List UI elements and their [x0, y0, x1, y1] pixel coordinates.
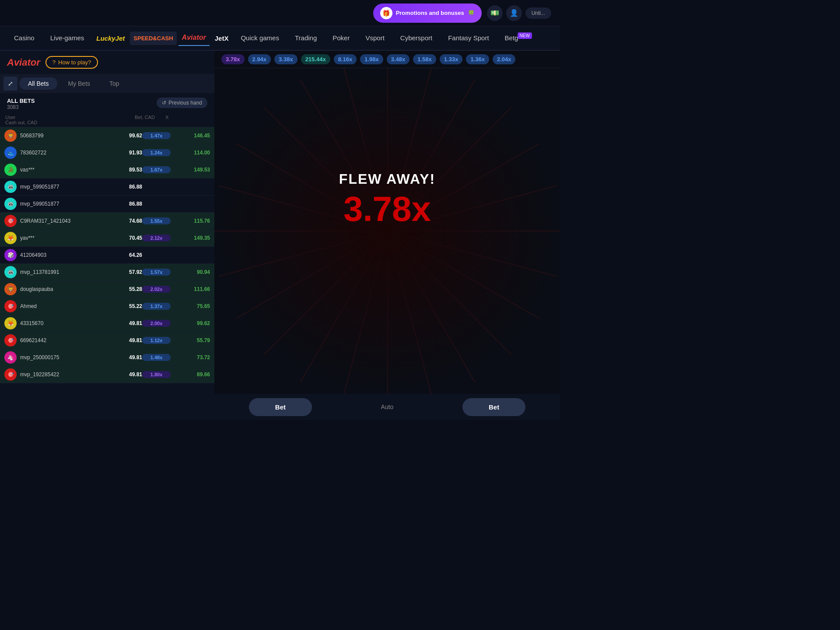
bet-user: mvp_250000175: [20, 354, 107, 360]
bet-cashout: 90.94: [171, 269, 210, 275]
nav-cybersport[interactable]: Cybersport: [393, 31, 439, 46]
nav-fantasy-sport[interactable]: Fantasy Sport: [441, 31, 496, 46]
right-panel: 3.78x2.94x3.38x215.44x8.16x1.98x3.48x1.5…: [214, 51, 560, 420]
table-row[interactable]: 🐊vas***89.531.67x149.53: [0, 161, 214, 178]
multiplier-history-badge[interactable]: 1.58x: [413, 54, 436, 64]
tab-all-bets[interactable]: All Bets: [19, 77, 57, 90]
nav-luckyjet[interactable]: LuckyJet: [93, 31, 128, 46]
table-row[interactable]: 🦝mvp_59905187786.88-: [0, 178, 214, 196]
avatar: 🎯: [4, 368, 17, 381]
flew-away-display: FLEW AWAY! 3.78x: [339, 171, 435, 226]
tab-my-bets[interactable]: My Bets: [59, 77, 99, 90]
bet-amount: 70.45: [107, 235, 142, 241]
bet-user: vas***: [20, 167, 107, 173]
multiplier-history-badge[interactable]: 3.38x: [274, 54, 298, 64]
nav-aviator[interactable]: Aviator: [178, 30, 210, 46]
sunburst-ray: [387, 231, 476, 383]
bet-amount: 55.22: [107, 303, 142, 309]
bet-amount: 91.93: [107, 150, 142, 156]
auto-button[interactable]: Auto: [372, 398, 402, 416]
bet-user: mvp_113781991: [20, 269, 107, 275]
bet-user: 50683799: [20, 133, 107, 139]
table-row[interactable]: 👟78360272291.931.24x114.00: [0, 144, 214, 161]
nav-betg[interactable]: Betg NEW: [498, 31, 539, 46]
avatar: 🦁: [4, 283, 17, 295]
bet-user: mvp_599051877: [20, 184, 107, 190]
bet-amount: 49.81: [107, 337, 142, 343]
promo-decoration: 🍀: [468, 10, 475, 16]
bet-amount: 49.81: [107, 354, 142, 360]
avatar: 🦄: [4, 351, 17, 364]
avatar: 🎯: [4, 300, 17, 312]
avatar: 🦝: [4, 266, 17, 278]
table-row[interactable]: 🦊yav***70.452.12x149.35: [0, 230, 214, 247]
aviator-header: Aviator ? How to play?: [0, 51, 214, 74]
bet-button-1[interactable]: Bet: [249, 398, 312, 416]
avatar: 🐊: [4, 164, 17, 176]
bet-amount: 74.68: [107, 218, 142, 224]
table-row[interactable]: 🦁douglaspauba55.282.02x111.66: [0, 281, 214, 298]
nav-casino[interactable]: Casino: [7, 31, 42, 46]
bet-amount: 64.26: [107, 252, 142, 258]
multiplier-history-badge[interactable]: 3.78x: [221, 54, 245, 64]
profile-icon-btn[interactable]: 👤: [506, 5, 522, 21]
nav-poker[interactable]: Poker: [326, 31, 357, 46]
nav-live-games[interactable]: Live-games: [43, 31, 91, 46]
all-bets-title: ALL BETS: [7, 98, 35, 104]
bet-cashout: 55.79: [171, 337, 210, 343]
multiplier-history-badge[interactable]: 1.36x: [466, 54, 489, 64]
table-row[interactable]: 🦄mvp_25000017549.811.48x73.72: [0, 349, 214, 366]
nav-jetx[interactable]: JetX: [211, 31, 232, 46]
fullscreen-button[interactable]: ⤢: [4, 77, 18, 91]
bet-user: 412064903: [20, 252, 107, 258]
bet-multiplier: 2.02x: [142, 286, 171, 293]
table-row[interactable]: 🎲41206490364.26-: [0, 247, 214, 264]
question-icon: ?: [52, 59, 56, 66]
nav-vsport[interactable]: Vsport: [358, 31, 391, 46]
nav-speed-cash[interactable]: SPEED&CASH: [130, 32, 176, 45]
multiplier-history-badge[interactable]: 1.33x: [440, 54, 463, 64]
promotions-button[interactable]: 🎁 Promotions and bonuses 🍀: [373, 4, 482, 23]
avatar: 🦁: [4, 130, 17, 142]
table-row[interactable]: 🦝mvp_59905187786.88-: [0, 196, 214, 213]
until-button[interactable]: Unti...: [525, 7, 551, 19]
bet-multiplier: 1.80x: [142, 371, 171, 378]
table-row[interactable]: 🎯Ahmed55.221.37x75.65: [0, 298, 214, 315]
multiplier-history-badge[interactable]: 2.94x: [248, 54, 271, 64]
bet-cashout: 115.76: [171, 218, 210, 224]
nav-trading[interactable]: Trading: [288, 31, 324, 46]
bet-multiplier: 1.55x: [142, 217, 171, 224]
bet-amount: 86.88: [107, 184, 142, 190]
table-row[interactable]: 🦊4331567049.812.00x99.62: [0, 315, 214, 332]
top-icons: 💵 👤 Unti...: [487, 5, 551, 21]
bet-cashout: 114.00: [171, 150, 210, 156]
aviator-logo: Aviator: [7, 57, 40, 68]
previous-hand-button[interactable]: ↺ Previous hand: [157, 98, 207, 108]
bet-user: C9RAM317_1421043: [20, 218, 107, 224]
multiplier-history-badge[interactable]: 215.44x: [301, 54, 330, 64]
table-row[interactable]: 🎯66962144249.811.12x55.79: [0, 332, 214, 349]
bet-amount: 49.81: [107, 371, 142, 378]
bet-amount: 86.88: [107, 201, 142, 207]
multiplier-history-badge[interactable]: 1.98x: [360, 54, 383, 64]
avatar: 🦊: [4, 232, 17, 244]
bet-cashout: -: [171, 184, 210, 190]
bet-cashout: 149.53: [171, 167, 210, 173]
how-to-play-button[interactable]: ? How to play?: [46, 56, 98, 69]
multiplier-history-badge[interactable]: 8.16x: [334, 54, 357, 64]
sunburst-ray: [388, 231, 539, 319]
table-row[interactable]: 🎯C9RAM317_142104374.681.55x115.76: [0, 213, 214, 230]
table-row[interactable]: 🦁5068379999.621.47x146.45: [0, 127, 214, 144]
table-row[interactable]: 🦝mvp_11378199157.921.57x90.94: [0, 264, 214, 281]
col-bet: Bet, CAD: [135, 115, 165, 120]
dollar-icon-btn[interactable]: 💵: [487, 5, 503, 21]
avatar: 🦊: [4, 317, 17, 329]
table-row[interactable]: 🎯mvp_19228542249.811.80x89.66: [0, 366, 214, 383]
multiplier-history-badge[interactable]: 3.48x: [387, 54, 410, 64]
tab-top[interactable]: Top: [101, 77, 128, 90]
multiplier-history-badge[interactable]: 2.04x: [493, 54, 516, 64]
bet-button-2[interactable]: Bet: [462, 398, 525, 416]
col-user: User: [5, 115, 135, 120]
all-bets-header: ALL BETS 3083 ↺ Previous hand: [0, 93, 214, 113]
nav-quick-games[interactable]: Quick games: [234, 31, 286, 46]
